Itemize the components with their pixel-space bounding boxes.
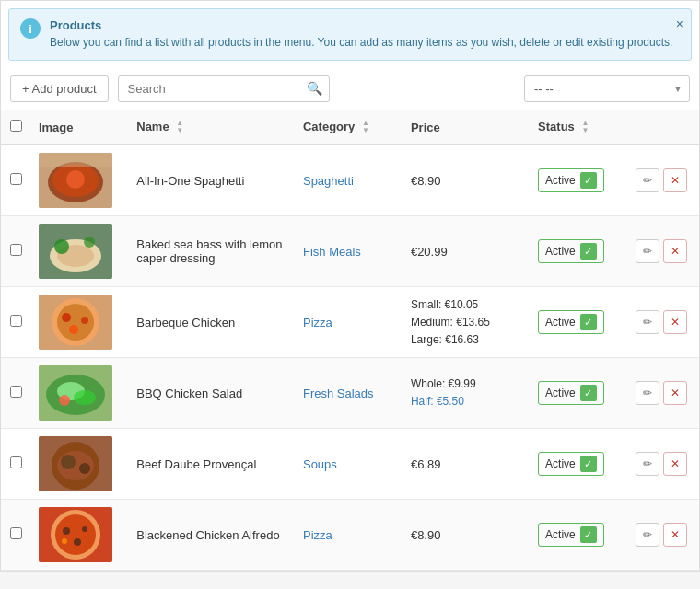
- product-actions-cell: ✏ ✕: [628, 358, 699, 429]
- row-checkbox[interactable]: [10, 244, 22, 256]
- product-category-cell: Fresh Salads: [296, 358, 403, 429]
- info-banner: i Products Below you can find a list wit…: [8, 8, 692, 61]
- product-actions-cell: ✏ ✕: [628, 429, 699, 500]
- category-link[interactable]: Spaghetti: [303, 174, 354, 188]
- product-price-cell: €8.90: [403, 500, 531, 571]
- row-checkbox-cell: [1, 216, 31, 287]
- header-category: Category ▲▼: [296, 110, 403, 145]
- name-sort-icon[interactable]: ▲▼: [176, 120, 183, 134]
- status-check-icon: ✓: [580, 456, 597, 472]
- svg-point-15: [69, 325, 78, 334]
- product-category-cell: Pizza: [296, 500, 403, 571]
- filter-wrapper: -- --: [524, 75, 690, 102]
- product-name-cell: Beef Daube Provençal: [129, 429, 296, 500]
- product-image-cell: [31, 429, 129, 500]
- status-label: Active: [545, 245, 576, 258]
- product-category-cell: Soups: [296, 429, 403, 500]
- search-box: 🔍: [118, 75, 330, 102]
- table-body: All-In-One Spaghetti Spaghetti €8.90 Act…: [1, 144, 699, 571]
- action-buttons: ✏ ✕: [636, 452, 692, 476]
- svg-point-8: [54, 239, 69, 254]
- product-image: [39, 365, 112, 421]
- edit-button[interactable]: ✏: [636, 381, 659, 405]
- status-badge: Active ✓: [538, 381, 604, 405]
- row-checkbox[interactable]: [10, 456, 22, 468]
- row-checkbox[interactable]: [10, 386, 22, 398]
- info-close-button[interactable]: ×: [676, 17, 683, 31]
- product-name: Blackened Chicken Alfredo: [136, 528, 279, 542]
- product-status-cell: Active ✓: [531, 429, 628, 500]
- status-check-icon: ✓: [580, 172, 597, 189]
- delete-button[interactable]: ✕: [663, 310, 687, 334]
- header-actions: [628, 110, 699, 145]
- table-row: Blackened Chicken Alfredo Pizza €8.90 Ac…: [1, 500, 699, 571]
- delete-button[interactable]: ✕: [663, 168, 687, 192]
- search-input[interactable]: [118, 75, 330, 102]
- svg-point-14: [81, 317, 88, 324]
- select-all-checkbox[interactable]: [10, 120, 22, 132]
- price-value: €20.99: [411, 245, 448, 259]
- category-link[interactable]: Pizza: [303, 316, 332, 329]
- edit-button[interactable]: ✏: [636, 239, 659, 263]
- delete-button[interactable]: ✕: [663, 239, 687, 263]
- row-checkbox[interactable]: [10, 527, 22, 539]
- product-image-cell: [31, 144, 129, 216]
- edit-button[interactable]: ✏: [636, 168, 659, 192]
- product-actions-cell: ✏ ✕: [628, 144, 699, 216]
- category-sort-icon[interactable]: ▲▼: [362, 120, 369, 134]
- product-category-cell: Fish Meals: [296, 216, 403, 287]
- row-checkbox-cell: [1, 144, 31, 216]
- svg-rect-4: [39, 153, 112, 167]
- product-actions-cell: ✏ ✕: [628, 216, 699, 287]
- header-status: Status ▲▼: [531, 110, 628, 145]
- row-checkbox[interactable]: [10, 315, 22, 327]
- product-name-cell: Baked sea bass with lemon caper dressing: [129, 216, 296, 287]
- table-row: BBQ Chicken Salad Fresh Salads Whole: €9…: [1, 358, 699, 429]
- edit-button[interactable]: ✏: [636, 523, 659, 547]
- edit-button[interactable]: ✏: [636, 310, 659, 334]
- add-product-button[interactable]: + Add product: [10, 75, 109, 102]
- svg-point-19: [74, 390, 96, 405]
- product-image: [39, 507, 112, 562]
- product-name: Baked sea bass with lemon caper dressing: [136, 237, 282, 265]
- products-table: Image Name ▲▼ Category ▲▼ Price Status ▲…: [1, 110, 699, 572]
- row-checkbox-cell: [1, 429, 31, 500]
- product-image: [39, 224, 112, 279]
- status-check-icon: ✓: [580, 243, 597, 260]
- delete-button[interactable]: ✕: [663, 452, 687, 476]
- delete-button[interactable]: ✕: [663, 381, 687, 405]
- status-badge: Active ✓: [538, 239, 604, 263]
- product-name-cell: Blackened Chicken Alfredo: [129, 500, 296, 571]
- info-icon: i: [20, 18, 41, 39]
- product-image: [39, 436, 112, 491]
- status-badge: Active ✓: [538, 452, 604, 476]
- category-link[interactable]: Soups: [303, 457, 337, 471]
- price-multi: Small: €10.05Medium: €13.65Large: €16.63: [411, 296, 523, 350]
- filter-select[interactable]: -- --: [524, 75, 690, 102]
- category-link[interactable]: Fresh Salads: [303, 387, 374, 400]
- product-price-cell: Small: €10.05Medium: €13.65Large: €16.63: [403, 287, 531, 358]
- edit-button[interactable]: ✏: [636, 452, 659, 476]
- category-link[interactable]: Fish Meals: [303, 245, 361, 259]
- status-sort-icon[interactable]: ▲▼: [581, 120, 589, 134]
- product-status-cell: Active ✓: [531, 144, 628, 216]
- row-checkbox[interactable]: [10, 173, 22, 185]
- product-status-cell: Active ✓: [531, 287, 628, 358]
- product-price-cell: €6.89: [403, 429, 531, 500]
- product-actions-cell: ✏ ✕: [628, 500, 699, 571]
- svg-point-13: [62, 313, 71, 322]
- svg-point-20: [59, 395, 70, 406]
- header-price: Price: [403, 110, 531, 145]
- table-header-row: Image Name ▲▼ Category ▲▼ Price Status ▲…: [1, 110, 699, 145]
- product-image-cell: [31, 500, 129, 571]
- table-row: Barbeque Chicken Pizza Small: €10.05Medi…: [1, 287, 699, 358]
- product-name-cell: Barbeque Chicken: [129, 287, 296, 358]
- category-link[interactable]: Pizza: [303, 528, 332, 542]
- search-icon: 🔍: [307, 81, 322, 96]
- delete-button[interactable]: ✕: [663, 523, 687, 547]
- price-value: €8.90: [411, 174, 441, 188]
- row-checkbox-cell: [1, 287, 31, 358]
- product-name: All-In-One Spaghetti: [136, 174, 244, 188]
- svg-point-30: [82, 526, 88, 532]
- info-description: Below you can find a list with all produ…: [50, 35, 672, 51]
